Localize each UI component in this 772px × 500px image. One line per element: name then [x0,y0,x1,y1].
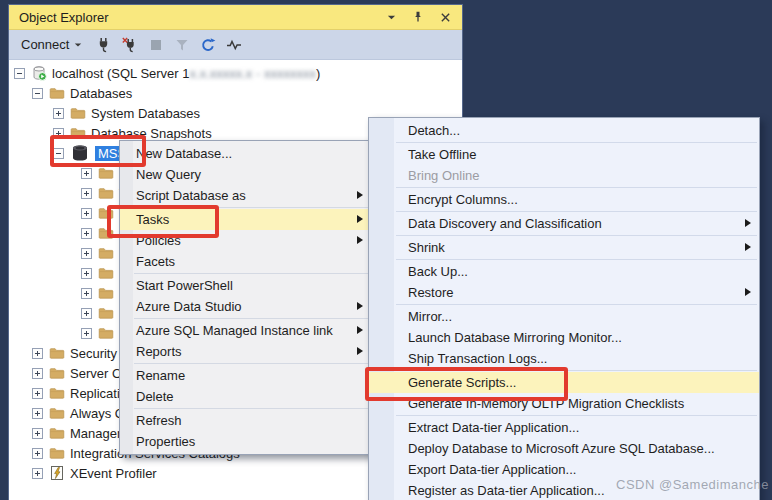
menu-item-properties[interactable]: Properties [120,431,371,452]
folder-icon [49,345,65,361]
xevent-icon [49,465,65,481]
menu-item-azure-sql-managed-instance-link[interactable]: Azure SQL Managed Instance link [120,320,371,341]
submenu-item-extract-data-tier[interactable]: Extract Data-tier Application... [369,417,759,438]
expand-icon[interactable] [81,308,92,319]
folder-icon [49,405,65,421]
connect-plug-icon[interactable] [95,36,112,53]
expand-icon[interactable] [81,188,92,199]
submenu-item-restore[interactable]: Restore [369,282,759,303]
menu-item-start-powershell[interactable]: Start PowerShell [120,275,371,296]
menu-item-label: Launch Database Mirroring Monitor... [408,330,622,345]
menu-item-rename[interactable]: Rename [120,365,371,386]
tasks-submenu: Detach... Take Offline Bring Online Encr… [368,117,760,500]
menu-item-label: Reports [136,344,182,359]
expand-icon[interactable] [81,248,92,259]
expand-icon[interactable] [81,208,92,219]
menu-item-label: Delete [136,389,174,404]
submenu-arrow-icon [745,243,751,251]
submenu-item-detach[interactable]: Detach... [369,120,759,141]
menu-item-label: Properties [136,434,195,449]
expand-icon[interactable] [81,228,92,239]
menu-item-label: Facets [136,254,175,269]
filter-icon [173,36,190,53]
folder-icon [49,425,65,441]
submenu-arrow-icon [357,191,363,199]
submenu-arrow-icon [357,236,363,244]
menu-item-new-database[interactable]: New Database... [120,143,371,164]
menu-item-label: Extract Data-tier Application... [408,420,579,435]
submenu-arrow-icon [745,219,751,227]
menu-item-script-database-as[interactable]: Script Database as [120,185,371,206]
menu-item-azure-data-studio[interactable]: Azure Data Studio [120,296,371,317]
menu-item-label: Start PowerShell [136,278,233,293]
database-context-menu: New Database... New Query Script Databas… [119,140,372,455]
submenu-arrow-icon [357,347,363,355]
submenu-item-launch-mirroring-monitor[interactable]: Launch Database Mirroring Monitor... [369,327,759,348]
folder-icon [70,105,86,121]
menu-item-label: Deploy Database to Microsoft Azure SQL D… [408,441,715,456]
menu-item-refresh[interactable]: Refresh [120,410,371,431]
expand-icon[interactable] [32,368,43,379]
menu-item-reports[interactable]: Reports [120,341,371,362]
expand-icon[interactable] [81,288,92,299]
expand-icon[interactable] [81,268,92,279]
submenu-item-deploy-to-azure[interactable]: Deploy Database to Microsoft Azure SQL D… [369,438,759,459]
submenu-arrow-icon [357,326,363,334]
panel-titlebar: Object Explorer [9,5,462,30]
server-icon [31,65,47,81]
menu-separator [396,415,757,416]
submenu-item-encrypt-columns[interactable]: Encrypt Columns... [369,189,759,210]
tree-item-localhost[interactable]: localhost (SQL Server 1x.x.xxxxx.x - xxx… [9,63,462,83]
menu-item-facets[interactable]: Facets [120,251,371,272]
menu-item-new-query[interactable]: New Query [120,164,371,185]
disconnect-plug-icon[interactable] [121,36,138,53]
close-icon[interactable] [438,10,452,24]
folder-icon [98,325,114,341]
tree-item-label: Security [70,346,117,361]
activity-monitor-icon[interactable] [225,36,242,53]
collapse-icon[interactable] [14,68,25,79]
submenu-arrow-icon [357,215,363,223]
menu-item-label: Rename [136,368,185,383]
panel-title: Object Explorer [19,10,109,25]
menu-item-label: Bring Online [408,168,480,183]
expand-icon[interactable] [32,428,43,439]
submenu-item-shrink[interactable]: Shrink [369,237,759,258]
collapse-icon[interactable] [32,88,43,99]
menu-item-label: Ship Transaction Logs... [408,351,547,366]
submenu-item-ship-transaction-logs[interactable]: Ship Transaction Logs... [369,348,759,369]
folder-icon [49,445,65,461]
expand-icon[interactable] [53,108,64,119]
menu-item-label: Azure Data Studio [136,299,242,314]
refresh-icon[interactable] [199,36,216,53]
submenu-item-back-up[interactable]: Back Up... [369,261,759,282]
expand-icon[interactable] [81,168,92,179]
menu-separator [396,259,757,260]
menu-item-label: Register as Data-tier Application... [408,483,605,498]
menu-separator [396,187,757,188]
tree-item-databases[interactable]: Databases [9,83,462,103]
tree-item-label: localhost (SQL Server 1x.x.xxxxx.x - xxx… [52,66,320,81]
submenu-item-mirror[interactable]: Mirror... [369,306,759,327]
expand-icon[interactable] [32,348,43,359]
annotation-box-generate-scripts [365,367,568,401]
expand-icon[interactable] [32,468,43,479]
folder-icon [49,385,65,401]
menu-item-delete[interactable]: Delete [120,386,371,407]
expand-icon[interactable] [32,448,43,459]
expand-icon[interactable] [81,328,92,339]
submenu-item-data-discovery[interactable]: Data Discovery and Classification [369,213,759,234]
tree-item-label: System Databases [91,106,200,121]
submenu-item-take-offline[interactable]: Take Offline [369,144,759,165]
menu-separator [396,211,757,212]
menu-item-label: Detach... [408,123,460,138]
connect-button[interactable]: Connect [17,35,86,54]
menu-item-label: Back Up... [408,264,468,279]
window-position-icon[interactable] [384,10,398,24]
folder-icon [98,185,114,201]
expand-icon[interactable] [32,388,43,399]
pin-icon[interactable] [411,10,425,24]
watermark: CSDN @Samedimanche [616,477,769,492]
folder-icon [98,245,114,261]
expand-icon[interactable] [32,408,43,419]
